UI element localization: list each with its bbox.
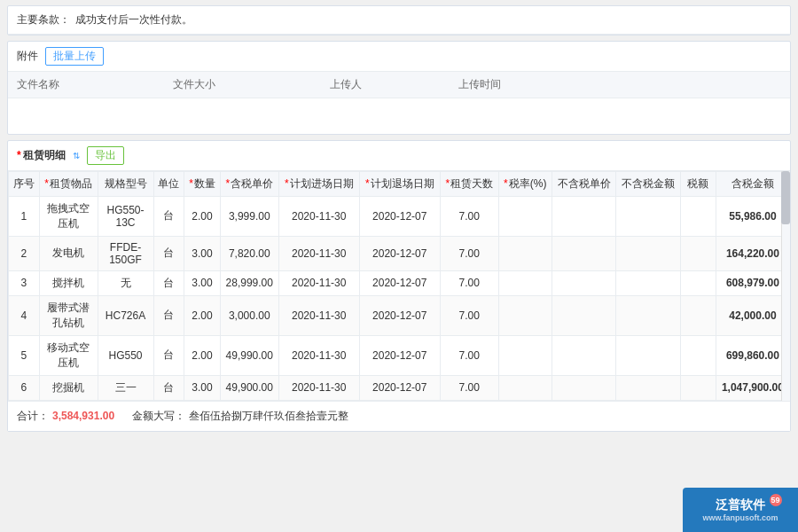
attach-col-extra4 [744, 72, 790, 98]
col-header-seq: 序号 [9, 171, 40, 196]
total-value: 3,584,931.00 [52, 410, 114, 422]
cell-price: 7,820.00 [220, 236, 278, 270]
amount-label: 金额大写： [132, 409, 185, 424]
cell-days: 7.00 [440, 270, 498, 295]
attach-title: 附件 [17, 49, 38, 64]
cell-tax_amount [680, 270, 716, 295]
cell-tax_rate [498, 236, 552, 270]
cell-unit: 台 [153, 196, 184, 236]
attach-col-time: 上传时间 [450, 72, 606, 98]
brand-url: www.fanpusoft.com [702, 513, 778, 522]
col-header-qty: *数量 [184, 171, 221, 196]
table-row: 6挖掘机三一台3.0049,900.002020-11-302020-12-07… [9, 375, 790, 400]
cell-spec: 无 [98, 270, 153, 295]
cell-days: 7.00 [440, 196, 498, 236]
cell-tax_amount [680, 295, 716, 335]
cell-seq: 6 [9, 375, 40, 400]
attach-col-uploader: 上传人 [321, 72, 450, 98]
col-header-tax: *税率(%) [498, 171, 552, 196]
cell-start_date: 2020-11-30 [278, 236, 359, 270]
batch-upload-button[interactable]: 批量上传 [45, 47, 104, 66]
cell-start_date: 2020-11-30 [278, 335, 359, 375]
cell-end_date: 2020-12-07 [359, 236, 440, 270]
table-row: 3搅拌机无台3.0028,999.002020-11-302020-12-077… [9, 270, 790, 295]
cell-price: 49,900.00 [220, 375, 278, 400]
cell-end_date: 2020-12-07 [359, 295, 440, 335]
col-header-notax-price: 不含税单价 [552, 171, 616, 196]
cell-unit: 台 [153, 335, 184, 375]
cell-qty: 2.00 [184, 196, 221, 236]
main-terms-label: 主要条款： [17, 12, 70, 27]
cell-item: 移动式空压机 [39, 335, 98, 375]
cell-spec: HG550-13C [98, 196, 153, 236]
cell-tax_amount [680, 236, 716, 270]
cell-item: 发电机 [39, 236, 98, 270]
cell-days: 7.00 [440, 295, 498, 335]
cell-end_date: 2020-12-07 [359, 335, 440, 375]
cell-item: 搅拌机 [39, 270, 98, 295]
cell-notax_amount [616, 335, 681, 375]
cell-spec: HG550 [98, 335, 153, 375]
cell-tax_rate [498, 295, 552, 335]
cell-days: 7.00 [440, 236, 498, 270]
cell-notax_amount [616, 270, 681, 295]
table-row: 1拖拽式空压机HG550-13C台2.003,999.002020-11-302… [9, 196, 790, 236]
cell-price: 28,999.00 [220, 270, 278, 295]
cell-total: 42,000.00 [716, 295, 789, 335]
brand-name: 泛普软件 [716, 497, 765, 512]
cell-qty: 3.00 [184, 236, 221, 270]
cell-qty: 3.00 [184, 375, 221, 400]
cell-end_date: 2020-12-07 [359, 196, 440, 236]
cell-start_date: 2020-11-30 [278, 295, 359, 335]
cell-tax_rate [498, 375, 552, 400]
cell-notax_price [552, 375, 616, 400]
cell-unit: 台 [153, 375, 184, 400]
cell-total: 699,860.00 [716, 335, 789, 375]
cell-notax_amount [616, 196, 681, 236]
col-header-unit: 单位 [153, 171, 184, 196]
cell-price: 3,999.00 [220, 196, 278, 236]
cell-notax_amount [616, 236, 681, 270]
cell-tax_rate [498, 270, 552, 295]
export-button[interactable]: 导出 [87, 146, 124, 165]
col-header-notax-amount: 不含税金额 [616, 171, 681, 196]
cell-end_date: 2020-12-07 [359, 375, 440, 400]
cell-unit: 台 [153, 270, 184, 295]
cell-tax_rate [498, 335, 552, 375]
col-header-spec: 规格型号 [98, 171, 153, 196]
table-row: 5移动式空压机HG550台2.0049,990.002020-11-302020… [9, 335, 790, 375]
cell-seq: 4 [9, 295, 40, 335]
cell-total: 164,220.00 [716, 236, 789, 270]
cell-notax_price [552, 335, 616, 375]
cell-item: 挖掘机 [39, 375, 98, 400]
cell-price: 49,990.00 [220, 335, 278, 375]
col-header-tax-amount: 税额 [680, 171, 716, 196]
cell-notax_amount [616, 295, 681, 335]
col-header-start: *计划进场日期 [278, 171, 359, 196]
total-label: 合计： [17, 409, 49, 424]
badge-count: 59 [770, 494, 782, 506]
cell-notax_price [552, 270, 616, 295]
cell-spec: 三一 [98, 375, 153, 400]
col-header-days: *租赁天数 [440, 171, 498, 196]
sort-icon[interactable]: ⇅ [73, 151, 80, 160]
branding: 泛普软件 59 www.fanpusoft.com [683, 488, 798, 532]
main-terms-value: 成功支付后一次性付款。 [75, 12, 192, 27]
rental-footer: 合计： 3,584,931.00 金额大写： 叁佰伍拾捌万肆仟玖佰叁拾壹元整 [8, 401, 790, 431]
cell-tax_amount [680, 196, 716, 236]
cell-days: 7.00 [440, 375, 498, 400]
attach-col-extra1 [606, 72, 652, 98]
cell-start_date: 2020-11-30 [278, 270, 359, 295]
cell-seq: 3 [9, 270, 40, 295]
cell-seq: 2 [9, 236, 40, 270]
cell-tax_rate [498, 196, 552, 236]
cell-notax_price [552, 295, 616, 335]
cell-item: 履带式潜孔钻机 [39, 295, 98, 335]
cell-unit: 台 [153, 295, 184, 335]
cell-item: 拖拽式空压机 [39, 196, 98, 236]
cell-seq: 5 [9, 335, 40, 375]
cell-notax_amount [616, 375, 681, 400]
cell-spec: HC726A [98, 295, 153, 335]
col-header-item: *租赁物品 [39, 171, 98, 196]
table-row: 2发电机FFDE-150GF台3.007,820.002020-11-30202… [9, 236, 790, 270]
